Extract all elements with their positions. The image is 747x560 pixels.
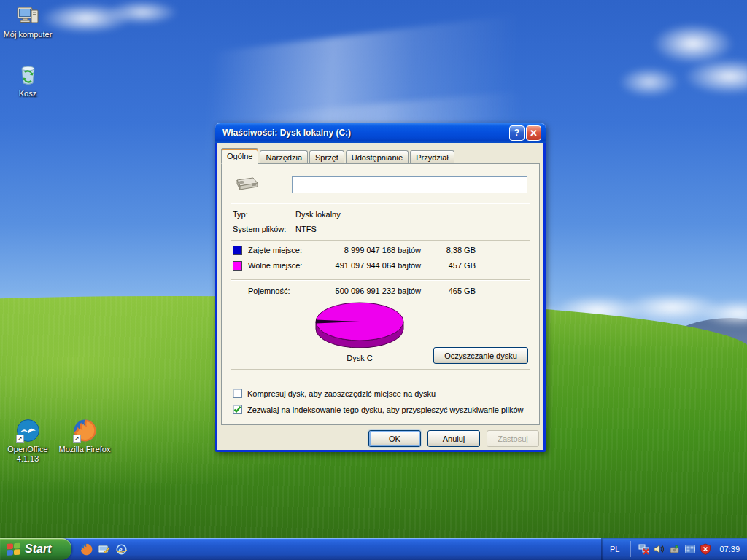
dialog-body: Ogólne Narzędzia Sprzęt Udostępnianie Pr… (217, 143, 543, 450)
type-label: Typ: (233, 210, 295, 220)
indexing-checkbox[interactable] (233, 405, 242, 414)
desktop-icon-label: Kosz (0, 89, 55, 98)
volume-icon[interactable] (654, 543, 665, 555)
capacity-label: Pojemność: (248, 287, 315, 297)
my-computer-icon (16, 4, 40, 28)
compress-checkbox[interactable] (233, 389, 242, 398)
ok-button[interactable]: OK (368, 430, 421, 447)
desktop: Mój komputer Kosz ↗ OpenOffice 4.1.13 (0, 0, 747, 560)
desktop-icon-label: Mozilla Firefox (57, 445, 112, 454)
desktop-icon-recycle-bin[interactable]: Kosz (0, 63, 55, 98)
system-tray: PL (601, 538, 747, 560)
tab-narzedzia[interactable]: Narzędzia (260, 150, 308, 163)
language-indicator[interactable]: PL (607, 545, 627, 553)
safely-remove-hardware-icon[interactable] (669, 543, 681, 555)
pie-chart-label: Dysk C (312, 354, 407, 362)
volume-name-input[interactable] (292, 176, 527, 193)
desktop-icon-my-computer[interactable]: Mój komputer (0, 4, 55, 39)
desktop-icon-label: Mój komputer (0, 30, 55, 39)
filesystem-value: NTFS (295, 225, 317, 235)
windows-logo-icon (6, 542, 21, 556)
used-space-size: 8,38 GB (421, 246, 476, 256)
disk-cleanup-button[interactable]: Oczyszczanie dysku (433, 347, 528, 364)
separator (231, 203, 530, 204)
network-error-icon[interactable] (638, 543, 650, 555)
apply-button: Zastosuj (487, 430, 539, 447)
openoffice-icon: ↗ (16, 419, 40, 443)
desktop-icon-firefox[interactable]: ↗ Mozilla Firefox (57, 419, 112, 454)
dialog-titlebar[interactable]: Właściwości: Dysk lokalny (C:) ? ✕ (215, 122, 546, 143)
used-space-swatch (233, 246, 242, 255)
separator (231, 240, 530, 241)
tab-przydzial[interactable]: Przydział (410, 150, 454, 163)
windows-update-icon[interactable] (684, 543, 696, 555)
filesystem-label: System plików: (233, 225, 295, 235)
close-button[interactable]: ✕ (526, 125, 541, 141)
tab-strip: Ogólne Narzędzia Sprzęt Udostępnianie Pr… (221, 148, 456, 163)
clock[interactable]: 07:39 (719, 545, 740, 553)
recycle-bin-icon (16, 63, 40, 87)
free-space-label: Wolne miejsce: (248, 261, 315, 271)
cloud (605, 11, 747, 120)
firefox-icon: ↗ (73, 419, 97, 443)
show-desktop-icon[interactable] (98, 543, 110, 556)
shortcut-arrow-icon: ↗ (73, 435, 81, 443)
free-space-bytes: 491 097 944 064 bajtów (315, 261, 421, 271)
checkmark-icon (233, 405, 241, 413)
disk-usage-pie-chart: Dysk C (312, 301, 407, 362)
security-alert-icon[interactable] (700, 543, 711, 555)
dialog-title: Właściwości: Dysk lokalny (C:) (222, 128, 508, 138)
type-value: Dysk lokalny (295, 210, 341, 220)
desktop-icon-label-line2: 4.1.13 (17, 454, 39, 463)
firefox-icon[interactable] (80, 543, 93, 556)
tab-ogolne[interactable]: Ogólne (221, 148, 258, 164)
tray-divider (630, 541, 631, 557)
internet-explorer-icon[interactable]: e (115, 543, 128, 556)
capacity-bytes: 500 096 991 232 bajtów (315, 287, 421, 297)
taskbar: Start e PL (0, 538, 747, 560)
desktop-icon-label: OpenOffice (7, 445, 47, 454)
start-button[interactable]: Start (0, 538, 71, 560)
tab-sprzet[interactable]: Sprzęt (309, 150, 344, 163)
compress-checkbox-label: Kompresuj dysk, aby zaoszczędzić miejsce… (247, 389, 436, 398)
start-button-label: Start (25, 542, 51, 556)
svg-text:e: e (118, 544, 123, 554)
indexing-checkbox-label: Zezwalaj na indeksowanie tego dysku, aby… (247, 405, 523, 414)
used-space-label: Zajęte miejsce: (248, 246, 315, 256)
hard-drive-icon (231, 174, 259, 196)
properties-dialog: Właściwości: Dysk lokalny (C:) ? ✕ Ogóln… (215, 122, 546, 452)
cancel-button[interactable]: Anuluj (427, 430, 480, 447)
quick-launch: e (80, 543, 128, 556)
capacity-size: 465 GB (421, 287, 476, 297)
separator (231, 369, 530, 370)
desktop-icon-openoffice[interactable]: ↗ OpenOffice 4.1.13 (0, 419, 55, 464)
general-tab-page: Typ: Dysk lokalny System plików: NTFS Za… (221, 163, 540, 425)
tab-udostepnianie[interactable]: Udostępnianie (346, 150, 409, 163)
shortcut-arrow-icon: ↗ (16, 435, 24, 443)
free-space-size: 457 GB (421, 261, 476, 271)
help-button[interactable]: ? (509, 125, 525, 141)
free-space-swatch (233, 261, 242, 271)
used-space-bytes: 8 999 047 168 bajtów (315, 246, 421, 256)
separator (231, 279, 530, 281)
